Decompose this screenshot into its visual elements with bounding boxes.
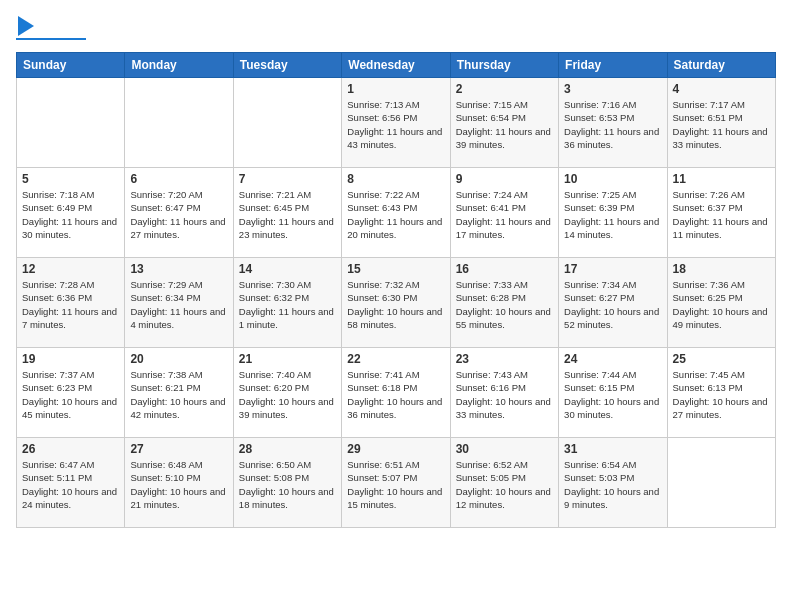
- calendar-cell: 18Sunrise: 7:36 AM Sunset: 6:25 PM Dayli…: [667, 258, 775, 348]
- calendar-cell: [667, 438, 775, 528]
- cell-content: Sunrise: 6:52 AM Sunset: 5:05 PM Dayligh…: [456, 458, 553, 511]
- col-header-wednesday: Wednesday: [342, 53, 450, 78]
- day-number: 7: [239, 172, 336, 186]
- cell-content: Sunrise: 7:43 AM Sunset: 6:16 PM Dayligh…: [456, 368, 553, 421]
- day-number: 18: [673, 262, 770, 276]
- day-number: 22: [347, 352, 444, 366]
- day-number: 31: [564, 442, 661, 456]
- col-header-sunday: Sunday: [17, 53, 125, 78]
- day-number: 5: [22, 172, 119, 186]
- calendar-cell: 9Sunrise: 7:24 AM Sunset: 6:41 PM Daylig…: [450, 168, 558, 258]
- logo: [16, 16, 86, 40]
- cell-content: Sunrise: 7:33 AM Sunset: 6:28 PM Dayligh…: [456, 278, 553, 331]
- day-number: 20: [130, 352, 227, 366]
- calendar-cell: 29Sunrise: 6:51 AM Sunset: 5:07 PM Dayli…: [342, 438, 450, 528]
- cell-content: Sunrise: 6:47 AM Sunset: 5:11 PM Dayligh…: [22, 458, 119, 511]
- day-number: 23: [456, 352, 553, 366]
- cell-content: Sunrise: 7:32 AM Sunset: 6:30 PM Dayligh…: [347, 278, 444, 331]
- day-number: 1: [347, 82, 444, 96]
- cell-content: Sunrise: 7:13 AM Sunset: 6:56 PM Dayligh…: [347, 98, 444, 151]
- cell-content: Sunrise: 7:37 AM Sunset: 6:23 PM Dayligh…: [22, 368, 119, 421]
- day-number: 29: [347, 442, 444, 456]
- calendar-cell: 30Sunrise: 6:52 AM Sunset: 5:05 PM Dayli…: [450, 438, 558, 528]
- cell-content: Sunrise: 7:25 AM Sunset: 6:39 PM Dayligh…: [564, 188, 661, 241]
- calendar-cell: 22Sunrise: 7:41 AM Sunset: 6:18 PM Dayli…: [342, 348, 450, 438]
- day-number: 15: [347, 262, 444, 276]
- cell-content: Sunrise: 7:17 AM Sunset: 6:51 PM Dayligh…: [673, 98, 770, 151]
- day-number: 13: [130, 262, 227, 276]
- calendar-cell: 4Sunrise: 7:17 AM Sunset: 6:51 PM Daylig…: [667, 78, 775, 168]
- calendar-cell: 10Sunrise: 7:25 AM Sunset: 6:39 PM Dayli…: [559, 168, 667, 258]
- day-number: 8: [347, 172, 444, 186]
- calendar-cell: 20Sunrise: 7:38 AM Sunset: 6:21 PM Dayli…: [125, 348, 233, 438]
- cell-content: Sunrise: 7:44 AM Sunset: 6:15 PM Dayligh…: [564, 368, 661, 421]
- calendar-cell: 15Sunrise: 7:32 AM Sunset: 6:30 PM Dayli…: [342, 258, 450, 348]
- cell-content: Sunrise: 7:28 AM Sunset: 6:36 PM Dayligh…: [22, 278, 119, 331]
- day-number: 28: [239, 442, 336, 456]
- calendar-cell: 16Sunrise: 7:33 AM Sunset: 6:28 PM Dayli…: [450, 258, 558, 348]
- logo-arrow-icon: [18, 16, 34, 36]
- calendar-cell: 28Sunrise: 6:50 AM Sunset: 5:08 PM Dayli…: [233, 438, 341, 528]
- col-header-saturday: Saturday: [667, 53, 775, 78]
- calendar-cell: 12Sunrise: 7:28 AM Sunset: 6:36 PM Dayli…: [17, 258, 125, 348]
- day-number: 19: [22, 352, 119, 366]
- day-number: 3: [564, 82, 661, 96]
- cell-content: Sunrise: 7:18 AM Sunset: 6:49 PM Dayligh…: [22, 188, 119, 241]
- cell-content: Sunrise: 7:22 AM Sunset: 6:43 PM Dayligh…: [347, 188, 444, 241]
- cell-content: Sunrise: 7:24 AM Sunset: 6:41 PM Dayligh…: [456, 188, 553, 241]
- day-number: 11: [673, 172, 770, 186]
- calendar-cell: 27Sunrise: 6:48 AM Sunset: 5:10 PM Dayli…: [125, 438, 233, 528]
- col-header-thursday: Thursday: [450, 53, 558, 78]
- calendar-cell: 6Sunrise: 7:20 AM Sunset: 6:47 PM Daylig…: [125, 168, 233, 258]
- calendar-cell: 14Sunrise: 7:30 AM Sunset: 6:32 PM Dayli…: [233, 258, 341, 348]
- cell-content: Sunrise: 7:15 AM Sunset: 6:54 PM Dayligh…: [456, 98, 553, 151]
- cell-content: Sunrise: 7:34 AM Sunset: 6:27 PM Dayligh…: [564, 278, 661, 331]
- calendar-cell: 7Sunrise: 7:21 AM Sunset: 6:45 PM Daylig…: [233, 168, 341, 258]
- cell-content: Sunrise: 7:38 AM Sunset: 6:21 PM Dayligh…: [130, 368, 227, 421]
- calendar-cell: 31Sunrise: 6:54 AM Sunset: 5:03 PM Dayli…: [559, 438, 667, 528]
- day-number: 14: [239, 262, 336, 276]
- calendar-cell: [125, 78, 233, 168]
- calendar-cell: 8Sunrise: 7:22 AM Sunset: 6:43 PM Daylig…: [342, 168, 450, 258]
- cell-content: Sunrise: 7:30 AM Sunset: 6:32 PM Dayligh…: [239, 278, 336, 331]
- calendar-cell: 25Sunrise: 7:45 AM Sunset: 6:13 PM Dayli…: [667, 348, 775, 438]
- day-number: 27: [130, 442, 227, 456]
- day-number: 4: [673, 82, 770, 96]
- cell-content: Sunrise: 6:50 AM Sunset: 5:08 PM Dayligh…: [239, 458, 336, 511]
- day-number: 30: [456, 442, 553, 456]
- day-number: 12: [22, 262, 119, 276]
- calendar-cell: 21Sunrise: 7:40 AM Sunset: 6:20 PM Dayli…: [233, 348, 341, 438]
- day-number: 10: [564, 172, 661, 186]
- cell-content: Sunrise: 7:16 AM Sunset: 6:53 PM Dayligh…: [564, 98, 661, 151]
- calendar-cell: 19Sunrise: 7:37 AM Sunset: 6:23 PM Dayli…: [17, 348, 125, 438]
- day-number: 9: [456, 172, 553, 186]
- col-header-monday: Monday: [125, 53, 233, 78]
- cell-content: Sunrise: 7:29 AM Sunset: 6:34 PM Dayligh…: [130, 278, 227, 331]
- calendar-cell: 24Sunrise: 7:44 AM Sunset: 6:15 PM Dayli…: [559, 348, 667, 438]
- day-number: 24: [564, 352, 661, 366]
- calendar-cell: [17, 78, 125, 168]
- day-number: 21: [239, 352, 336, 366]
- col-header-tuesday: Tuesday: [233, 53, 341, 78]
- cell-content: Sunrise: 7:41 AM Sunset: 6:18 PM Dayligh…: [347, 368, 444, 421]
- calendar-cell: 1Sunrise: 7:13 AM Sunset: 6:56 PM Daylig…: [342, 78, 450, 168]
- calendar-table: SundayMondayTuesdayWednesdayThursdayFrid…: [16, 52, 776, 528]
- page-header: [16, 16, 776, 40]
- col-header-friday: Friday: [559, 53, 667, 78]
- calendar-cell: 3Sunrise: 7:16 AM Sunset: 6:53 PM Daylig…: [559, 78, 667, 168]
- calendar-cell: 2Sunrise: 7:15 AM Sunset: 6:54 PM Daylig…: [450, 78, 558, 168]
- day-number: 2: [456, 82, 553, 96]
- day-number: 17: [564, 262, 661, 276]
- logo-underline: [16, 38, 86, 40]
- calendar-cell: 5Sunrise: 7:18 AM Sunset: 6:49 PM Daylig…: [17, 168, 125, 258]
- cell-content: Sunrise: 7:36 AM Sunset: 6:25 PM Dayligh…: [673, 278, 770, 331]
- day-number: 26: [22, 442, 119, 456]
- cell-content: Sunrise: 7:26 AM Sunset: 6:37 PM Dayligh…: [673, 188, 770, 241]
- calendar-cell: 11Sunrise: 7:26 AM Sunset: 6:37 PM Dayli…: [667, 168, 775, 258]
- cell-content: Sunrise: 6:51 AM Sunset: 5:07 PM Dayligh…: [347, 458, 444, 511]
- cell-content: Sunrise: 7:45 AM Sunset: 6:13 PM Dayligh…: [673, 368, 770, 421]
- calendar-cell: 13Sunrise: 7:29 AM Sunset: 6:34 PM Dayli…: [125, 258, 233, 348]
- calendar-cell: 26Sunrise: 6:47 AM Sunset: 5:11 PM Dayli…: [17, 438, 125, 528]
- cell-content: Sunrise: 7:40 AM Sunset: 6:20 PM Dayligh…: [239, 368, 336, 421]
- calendar-cell: 17Sunrise: 7:34 AM Sunset: 6:27 PM Dayli…: [559, 258, 667, 348]
